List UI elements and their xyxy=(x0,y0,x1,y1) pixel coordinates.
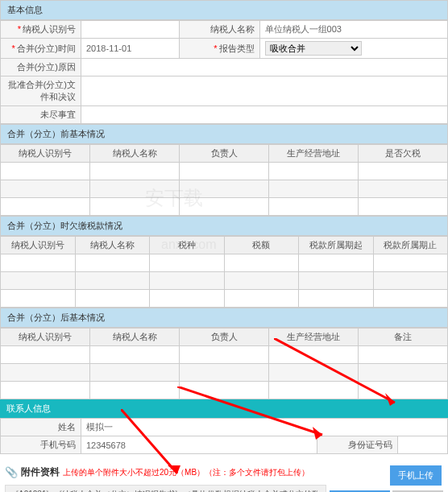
col-after-3: 生产经营地址 xyxy=(269,329,359,346)
table-row[interactable] xyxy=(1,290,448,308)
paperclip-icon: 📎 xyxy=(5,466,18,478)
attach-row-1-label: 《A01031》《纳税人合并（分立）情况报告书》（具体份数根据纳税人合并或分立的… xyxy=(5,485,326,492)
field-contact-id[interactable] xyxy=(398,436,448,454)
field-contact-phone[interactable]: 12345678 xyxy=(81,436,317,454)
grid-before: 纳税人识别号 纳税人名称 负责人 生产经营地址 是否欠税 xyxy=(0,144,448,216)
attach-section: 📎 附件资料 上传的单个附件大小不超过20元（MB）（注：多个文件请打包上传） … xyxy=(0,461,448,492)
field-contact-name[interactable]: 模拟一 xyxy=(81,419,448,436)
table-row[interactable] xyxy=(1,254,448,272)
col-before-0: 纳税人识别号 xyxy=(1,145,90,163)
field-merge-reason[interactable] xyxy=(81,59,448,76)
label-contact-phone: 手机号码 xyxy=(40,440,76,449)
label-merge-date: 合并(分立)时间 xyxy=(17,43,76,53)
section-basic: 基本信息 xyxy=(0,0,448,20)
grid-arrears: 纳税人识别号 纳税人名称 税种 税额 税款所属期起 税款所属期止 xyxy=(0,236,448,308)
table-row[interactable] xyxy=(1,180,448,198)
col-after-0: 纳税人识别号 xyxy=(1,329,90,346)
col-arr-5: 税款所属期止 xyxy=(373,237,448,254)
table-row[interactable] xyxy=(1,272,448,290)
col-before-1: 纳税人名称 xyxy=(90,145,180,163)
label-pending: 未尽事宜 xyxy=(40,110,76,119)
col-arr-1: 纳税人名称 xyxy=(75,237,150,254)
label-merge-reason: 合并(分立)原因 xyxy=(17,62,76,72)
grid-after: 纳税人识别号 纳税人名称 负责人 生产经营地址 备注 xyxy=(0,328,448,399)
col-after-1: 纳税人名称 xyxy=(90,329,180,346)
contact-form: 姓名 模拟一 手机号码 12345678 身份证号码 xyxy=(0,418,448,454)
label-taxpayer-name: 纳税人名称 xyxy=(210,24,255,34)
section-before: 合并（分立）前基本情况 xyxy=(0,124,448,144)
col-after-2: 负责人 xyxy=(180,329,269,346)
label-approval-doc: 批准合并(分立)文件和决议 xyxy=(8,80,76,101)
field-merge-date[interactable]: 2018-11-01 xyxy=(81,39,180,59)
col-after-4: 备注 xyxy=(359,329,448,346)
field-taxpayer-name[interactable]: 单位纳税人一组003 xyxy=(259,21,447,39)
col-before-3: 生产经营地址 xyxy=(269,145,359,163)
col-arr-0: 纳税人识别号 xyxy=(1,237,76,254)
select-report-type[interactable]: 吸收合并 xyxy=(265,41,362,56)
table-row[interactable] xyxy=(1,163,448,180)
attach-title: 附件资料 xyxy=(21,465,60,479)
attach-note: 上传的单个附件大小不超过20元（MB）（注：多个文件请打包上传） xyxy=(63,467,309,478)
field-approval-doc[interactable] xyxy=(81,76,448,106)
label-report-type: 报告类型 xyxy=(219,43,255,53)
label-taxpayer-id: 纳税人识别号 xyxy=(23,24,76,34)
label-contact-id: 身份证号码 xyxy=(348,440,392,449)
table-row[interactable] xyxy=(1,198,448,216)
table-row[interactable] xyxy=(1,364,448,382)
col-before-2: 负责人 xyxy=(180,145,269,163)
section-contact: 联系人信息 xyxy=(0,399,448,418)
col-arr-3: 税额 xyxy=(224,237,299,254)
table-row[interactable] xyxy=(1,382,448,399)
col-arr-4: 税款所属期起 xyxy=(299,237,374,254)
field-pending[interactable] xyxy=(81,106,448,124)
table-row[interactable] xyxy=(1,346,448,364)
col-before-4: 是否欠税 xyxy=(359,145,448,163)
label-contact-name: 姓名 xyxy=(58,422,76,432)
field-taxpayer-id[interactable] xyxy=(81,21,180,39)
section-after: 合并（分立）后基本情况 xyxy=(0,308,448,328)
basic-form: *纳税人识别号 纳税人名称 单位纳税人一组003 *合并(分立)时间 2018-… xyxy=(0,20,448,124)
phone-upload-button[interactable]: 手机上传 xyxy=(390,465,442,486)
section-arrears: 合并（分立）时欠缴税款情况 xyxy=(0,216,448,236)
col-arr-2: 税种 xyxy=(150,237,225,254)
